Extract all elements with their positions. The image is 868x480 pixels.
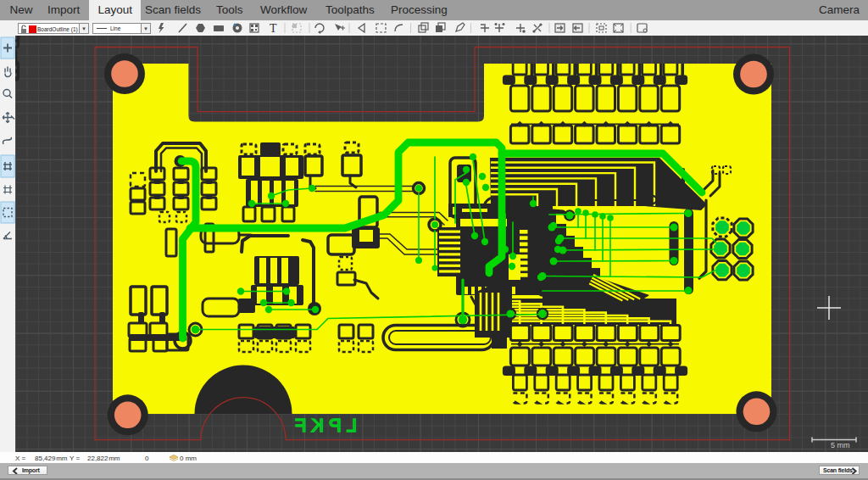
svg-text:5 mm: 5 mm — [831, 441, 850, 449]
svg-text:LPKF: LPKF — [290, 415, 357, 436]
svg-text:T: T — [270, 22, 277, 35]
